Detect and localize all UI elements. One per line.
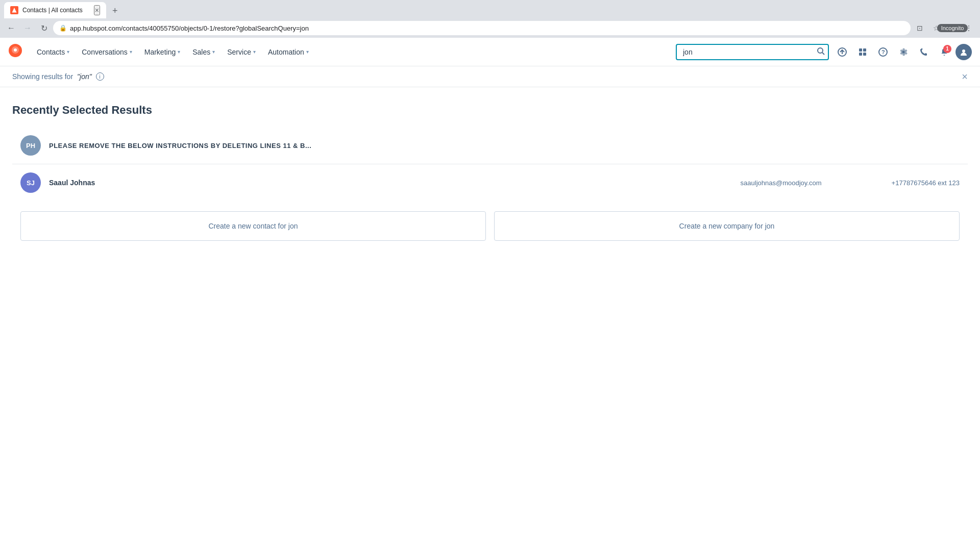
cast-button[interactable]: ⊡ xyxy=(913,21,927,35)
svg-point-1 xyxy=(14,48,17,52)
phone-icon-button[interactable] xyxy=(915,43,933,61)
divider xyxy=(12,164,968,164)
settings-icon-button[interactable] xyxy=(894,43,913,61)
active-tab[interactable]: Contacts | All contacts × xyxy=(4,2,106,18)
tab-favicon xyxy=(10,6,18,14)
chevron-down-icon: ▾ xyxy=(130,49,132,55)
top-navigation: Contacts ▾ Conversations ▾ Marketing ▾ S… xyxy=(0,38,980,66)
nav-item-sales[interactable]: Sales ▾ xyxy=(186,38,221,66)
svg-rect-7 xyxy=(863,48,866,52)
main-content: Recently Selected Results PH PLEASE REMO… xyxy=(0,87,980,551)
list-item[interactable]: SJ Saaul Johnas saauljohnas@moodjoy.com … xyxy=(12,166,968,199)
info-icon[interactable]: i xyxy=(96,72,104,81)
browser-tabs: Contacts | All contacts × + xyxy=(0,0,980,18)
chevron-down-icon: ▾ xyxy=(253,49,256,55)
chevron-down-icon: ▾ xyxy=(178,49,180,55)
avatar: PH xyxy=(20,135,41,156)
list-item[interactable]: PH PLEASE REMOVE THE BELOW INSTRUCTIONS … xyxy=(12,129,968,162)
search-button[interactable] xyxy=(817,47,825,57)
back-button[interactable]: ← xyxy=(4,21,18,35)
lock-icon: 🔒 xyxy=(59,24,67,32)
menu-button[interactable]: ⋮ xyxy=(962,21,976,35)
result-phone: +17787675646 ext 123 xyxy=(892,179,960,187)
action-buttons: Create a new contact for jon Create a ne… xyxy=(12,211,968,241)
section-title: Recently Selected Results xyxy=(12,104,968,117)
url-text: app.hubspot.com/contacts/40055750/object… xyxy=(70,24,904,32)
profile-button[interactable]: Incognito xyxy=(945,21,960,35)
address-bar[interactable]: 🔒 app.hubspot.com/contacts/40055750/obje… xyxy=(53,21,911,35)
browser-chrome: Contacts | All contacts × + ← → ↻ 🔒 app.… xyxy=(0,0,980,38)
search-results-banner: Showing results for "jon" i × xyxy=(0,66,980,87)
notification-count-badge: 1 xyxy=(943,45,951,53)
svg-line-3 xyxy=(822,53,824,55)
tab-title: Contacts | All contacts xyxy=(22,7,90,14)
svg-rect-6 xyxy=(859,48,862,52)
browser-navigation: ← → ↻ 🔒 app.hubspot.com/contacts/4005575… xyxy=(0,18,980,38)
create-company-button[interactable]: Create a new company for jon xyxy=(494,211,960,241)
nav-item-service[interactable]: Service ▾ xyxy=(221,38,262,66)
nav-item-marketing[interactable]: Marketing ▾ xyxy=(138,38,186,66)
result-name: Saaul Johnas xyxy=(49,179,732,187)
search-input[interactable] xyxy=(676,44,829,60)
banner-close-button[interactable]: × xyxy=(962,71,968,83)
chevron-down-icon: ▾ xyxy=(67,49,69,55)
chevron-down-icon: ▾ xyxy=(306,49,309,55)
app-wrapper: Contacts ▾ Conversations ▾ Marketing ▾ S… xyxy=(0,38,980,551)
result-email: saauljohnas@moodjoy.com xyxy=(741,179,884,187)
global-search xyxy=(676,44,829,60)
marketplace-icon-button[interactable] xyxy=(853,43,872,61)
result-name: PLEASE REMOVE THE BELOW INSTRUCTIONS BY … xyxy=(49,142,311,149)
close-tab-button[interactable]: × xyxy=(94,5,100,15)
search-query-text: "jon" xyxy=(77,72,92,81)
help-icon-button[interactable]: ? xyxy=(874,43,892,61)
new-tab-button[interactable]: + xyxy=(108,4,122,18)
nav-icons: ? 1 xyxy=(833,43,972,61)
user-avatar-button[interactable] xyxy=(955,44,972,60)
svg-text:?: ? xyxy=(881,49,885,55)
upload-icon-button[interactable] xyxy=(833,43,851,61)
svg-rect-8 xyxy=(859,53,862,56)
banner-prefix: Showing results for xyxy=(12,72,73,81)
forward-button[interactable]: → xyxy=(20,21,35,35)
hubspot-logo[interactable] xyxy=(8,43,22,61)
svg-point-12 xyxy=(962,49,965,53)
nav-item-contacts[interactable]: Contacts ▾ xyxy=(31,38,76,66)
svg-point-2 xyxy=(818,48,823,53)
svg-rect-9 xyxy=(863,53,866,56)
chevron-down-icon: ▾ xyxy=(212,49,215,55)
avatar: SJ xyxy=(20,172,41,193)
nav-item-conversations[interactable]: Conversations ▾ xyxy=(76,38,138,66)
browser-actions: ⊡ ☆ Incognito ⋮ xyxy=(913,21,976,35)
notifications-icon-button[interactable]: 1 xyxy=(935,43,953,61)
refresh-button[interactable]: ↻ xyxy=(37,21,51,35)
nav-item-automation[interactable]: Automation ▾ xyxy=(262,38,315,66)
create-contact-button[interactable]: Create a new contact for jon xyxy=(20,211,486,241)
